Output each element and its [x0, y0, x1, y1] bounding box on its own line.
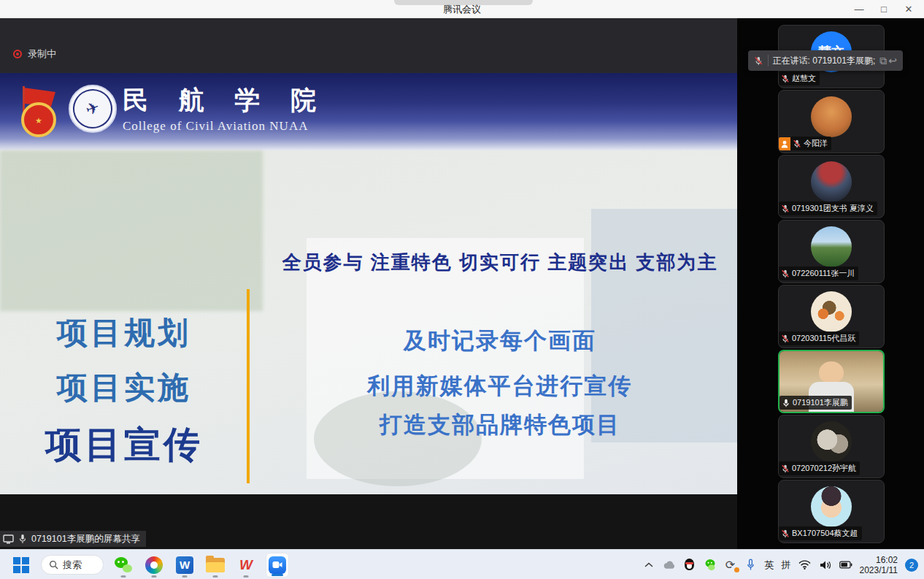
slide-right-item-1: 及时记录每个画面 — [263, 326, 737, 356]
mic-muted-icon — [754, 56, 763, 66]
avatar — [811, 226, 852, 267]
mic-icon — [18, 534, 27, 544]
tray-expand-chevron-icon[interactable] — [642, 558, 655, 572]
folder-icon — [206, 558, 225, 572]
taskbar-search[interactable]: 搜索 — [41, 555, 104, 575]
slide-right-item-3: 打造支部品牌特色项目 — [263, 410, 737, 440]
microphone-tray-icon[interactable] — [744, 558, 758, 572]
clock-date: 2023/1/11 — [860, 565, 898, 575]
onedrive-cloud-icon[interactable] — [663, 558, 676, 572]
windows-logo-icon — [13, 557, 29, 573]
taskbar-app-tencent-meeting[interactable] — [266, 553, 289, 578]
desktop-screen: 腾讯会议 — □ ✕ 录制中 ★ ✈ 民 航 学 院 College of Ci… — [0, 0, 924, 579]
sync-icon[interactable]: ⟳ — [724, 558, 737, 572]
college-title-block: 民 航 学 院 College of Civil Aviation NUAA — [123, 83, 328, 134]
slide-left-item-3: 项目宣传 — [0, 421, 248, 469]
start-button[interactable] — [10, 553, 32, 578]
search-label: 搜索 — [63, 559, 82, 572]
speaking-text: 正在讲话: 0719101李展鹏; — [773, 55, 876, 67]
minimize-button[interactable]: — — [848, 1, 870, 18]
recording-indicator: 录制中 — [13, 47, 56, 61]
input-method-pinyin[interactable]: 拼 — [782, 559, 791, 572]
wps-icon: W — [239, 557, 253, 573]
participant-name: 0719301团支书 夏淳义 — [792, 203, 874, 214]
mic-muted-icon — [793, 139, 801, 148]
participants-sidebar: 慧文 赵慧文 — [737, 18, 924, 549]
mic-muted-icon — [781, 74, 790, 83]
university-seal-icon: ✈ — [69, 85, 117, 133]
reply-arrow-icon[interactable]: ↩ — [888, 55, 897, 66]
college-title: 民 航 学 院 — [123, 83, 328, 118]
taskbar-app-word[interactable]: W — [174, 553, 196, 578]
youth-league-emblem-icon: ★ — [18, 85, 60, 139]
screen-share-badge: 0719101李展鹏的屏幕共享 — [0, 531, 146, 547]
slide-left-item-2: 项目实施 — [0, 367, 248, 408]
participant-tile[interactable]: BX1707504蔡文超 — [778, 480, 885, 543]
participant-tile[interactable]: 072030115代昌跃 — [778, 285, 885, 348]
wifi-icon[interactable] — [798, 558, 812, 572]
svg-text:★: ★ — [35, 116, 42, 125]
battery-icon[interactable] — [839, 558, 852, 572]
yellow-divider — [247, 289, 250, 483]
avatar — [811, 161, 852, 202]
participant-name: BX1707504蔡文超 — [792, 528, 858, 539]
taskbar-clock[interactable]: 16:02 2023/1/11 — [860, 555, 898, 575]
participant-tile-active-speaker[interactable]: 0719101李展鹏 — [778, 350, 885, 413]
mic-muted-icon — [781, 269, 790, 278]
speaker-icon[interactable] — [819, 558, 832, 572]
avatar — [811, 486, 852, 527]
tencent-meeting-icon — [269, 556, 286, 574]
notification-badge[interactable]: 2 — [905, 559, 918, 572]
color-swirl-icon — [145, 556, 163, 574]
taskbar-app-designer[interactable] — [143, 553, 165, 578]
avatar — [811, 96, 852, 137]
window-titlebar: 腾讯会议 — □ ✕ — [0, 0, 924, 18]
participant-name: 072260111张一川 — [792, 268, 855, 279]
screen-icon — [3, 534, 14, 544]
taskbar-app-explorer[interactable] — [204, 553, 226, 578]
window-controls: — □ ✕ — [848, 0, 920, 18]
slide-header: ★ ✈ 民 航 学 院 College of Civil Aviation NU… — [0, 73, 737, 150]
word-icon: W — [176, 556, 193, 574]
participant-tile[interactable]: 0719301团支书 夏淳义 — [778, 155, 885, 218]
participant-tile[interactable]: 今阳洋 — [778, 90, 885, 153]
speaking-tooltip: 正在讲话: 0719101李展鹏; ⧉ ↩ — [748, 50, 903, 71]
slide-left-item-1: 项目规划 — [0, 312, 248, 353]
mic-muted-icon — [781, 464, 790, 473]
qq-icon[interactable] — [683, 558, 696, 572]
participant-name: 今阳洋 — [804, 138, 828, 149]
layout-switch-icon[interactable]: ⧉ — [879, 55, 887, 67]
taskbar: 搜索 W W — [0, 549, 924, 579]
recording-label: 录制中 — [28, 47, 56, 61]
shared-slide: ★ ✈ 民 航 学 院 College of Civil Aviation NU… — [0, 73, 737, 494]
close-button[interactable]: ✕ — [898, 1, 920, 18]
window-title: 腾讯会议 — [0, 3, 924, 16]
participant-name: 0719101李展鹏 — [793, 397, 848, 408]
slide-body: 全员参与 注重特色 切实可行 主题突出 支部为主 项目规划 项目实施 项目宣传 … — [0, 150, 737, 494]
participant-tile[interactable]: 072260111张一川 — [778, 220, 885, 283]
participant-name: 赵慧文 — [792, 73, 816, 84]
meeting-toolbar — [0, 18, 737, 73]
mic-on-icon — [782, 399, 790, 407]
participant-name: 072070212孙宇航 — [792, 463, 856, 474]
input-lang-en[interactable]: 英 — [765, 559, 774, 572]
campus-photo-background — [0, 150, 263, 311]
wechat-icon — [115, 557, 132, 573]
wechat-tray-icon[interactable] — [704, 558, 717, 572]
search-icon — [49, 560, 58, 570]
member-badge-icon — [779, 137, 790, 150]
slide-tagline: 全员参与 注重特色 切实可行 主题突出 支部为主 — [263, 250, 737, 275]
participant-tile[interactable]: 072070212孙宇航 — [778, 415, 885, 478]
maximize-button[interactable]: □ — [873, 1, 895, 18]
slide-right-item-2: 利用新媒体平台进行宣传 — [263, 371, 737, 402]
mic-muted-icon — [781, 204, 790, 213]
mic-muted-icon — [781, 334, 790, 343]
mic-muted-icon — [781, 529, 790, 538]
avatar — [811, 421, 852, 462]
avatar — [811, 291, 852, 332]
college-subtitle: College of Civil Aviation NUAA — [123, 119, 328, 134]
share-label: 0719101李展鹏的屏幕共享 — [31, 533, 140, 545]
taskbar-app-wps[interactable]: W — [235, 553, 257, 578]
taskbar-app-wechat[interactable] — [112, 553, 134, 578]
participant-name: 072030115代昌跃 — [792, 333, 855, 344]
